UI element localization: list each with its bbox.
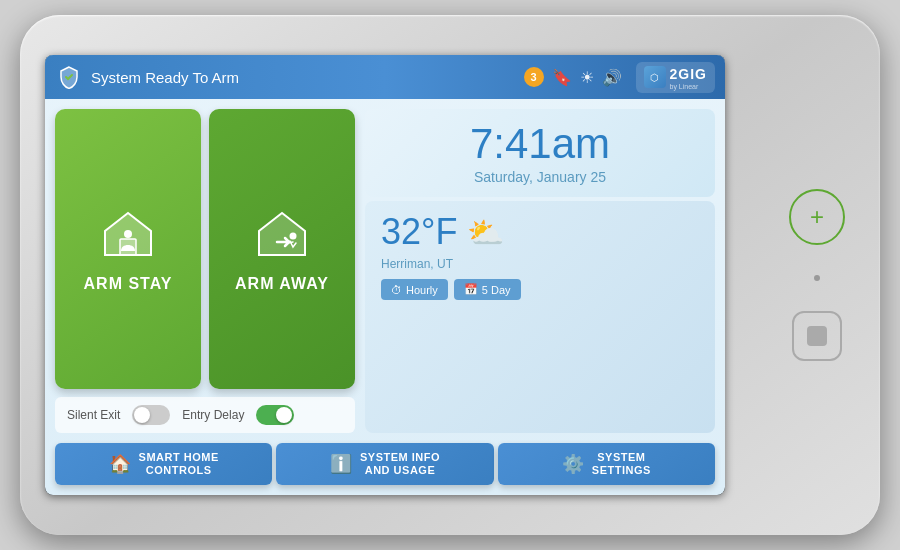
main-screen: System Ready To Arm 3 🔖 ☀ 🔊 ⬡ 2GIG by Li… [45, 55, 725, 495]
weather-condition-icon: ⛅ [467, 215, 504, 250]
system-info-icon: ℹ️ [330, 453, 352, 475]
system-info-label: SYSTEM INFOAND USAGE [360, 451, 440, 477]
weather-location: Herriman, UT [381, 257, 699, 271]
time-display: 7:41am [381, 121, 699, 167]
time-section: 7:41am Saturday, January 25 [365, 109, 715, 197]
temperature-display: 32°F [381, 211, 457, 253]
fiveday-label: 5 Day [482, 284, 511, 296]
brand-sub: by Linear [670, 83, 707, 90]
arm-away-icon [252, 205, 312, 265]
main-content-area: ARM STAY [45, 99, 725, 443]
entry-delay-toggle[interactable] [256, 405, 294, 425]
dot-indicator [814, 275, 820, 281]
hourly-label: Hourly [406, 284, 438, 296]
weather-section: 32°F ⛅ Herriman, UT ⏱ Hourly 📅 5 Day [365, 201, 715, 432]
volume-icon[interactable]: 🔊 [602, 68, 622, 87]
fiveday-icon: 📅 [464, 283, 478, 296]
security-panel-device: System Ready To Arm 3 🔖 ☀ 🔊 ⬡ 2GIG by Li… [20, 15, 880, 535]
header-bar: System Ready To Arm 3 🔖 ☀ 🔊 ⬡ 2GIG by Li… [45, 55, 725, 99]
system-info-button[interactable]: ℹ️ SYSTEM INFOAND USAGE [276, 443, 493, 485]
notification-badge[interactable]: 3 [524, 67, 544, 87]
square-icon [807, 326, 827, 346]
plus-button[interactable]: + [789, 189, 845, 245]
toggle-row: Silent Exit Entry Delay [55, 397, 355, 433]
arm-stay-button[interactable]: ARM STAY [55, 109, 201, 389]
right-panel: 7:41am Saturday, January 25 32°F ⛅ Herri… [365, 109, 715, 433]
arm-away-button[interactable]: ARM AWAY [209, 109, 355, 389]
shield-icon [55, 63, 83, 91]
plus-icon: + [810, 203, 824, 231]
weather-main: 32°F ⛅ [381, 211, 699, 253]
smart-home-icon: 🏠 [109, 453, 131, 475]
square-button[interactable] [792, 311, 842, 361]
brand-name: 2GIG [670, 66, 707, 82]
system-status: System Ready To Arm [91, 69, 524, 86]
arm-stay-icon [98, 205, 158, 265]
screen-wrapper: System Ready To Arm 3 🔖 ☀ 🔊 ⬡ 2GIG by Li… [45, 55, 725, 495]
smart-home-button[interactable]: 🏠 SMART HOMECONTROLS [55, 443, 272, 485]
system-settings-button[interactable]: ⚙️ SYSTEMSETTINGS [498, 443, 715, 485]
brightness-icon[interactable]: ☀ [580, 68, 594, 87]
arm-buttons-group: ARM STAY [55, 109, 355, 389]
svg-point-1 [124, 230, 132, 238]
fiveday-tab[interactable]: 📅 5 Day [454, 279, 521, 300]
bookmark-icon[interactable]: 🔖 [552, 68, 572, 87]
left-panel: ARM STAY [55, 109, 355, 433]
header-icons-group: 3 🔖 ☀ 🔊 ⬡ 2GIG by Linear [524, 62, 715, 93]
device-side-controls: + [779, 169, 855, 381]
arm-away-label: ARM AWAY [235, 275, 329, 293]
arm-stay-label: ARM STAY [84, 275, 173, 293]
entry-delay-knob [276, 407, 292, 423]
svg-point-2 [290, 232, 297, 239]
date-display: Saturday, January 25 [381, 169, 699, 185]
silent-exit-toggle[interactable] [132, 405, 170, 425]
bottom-action-bar: 🏠 SMART HOMECONTROLS ℹ️ SYSTEM INFOAND U… [45, 443, 725, 495]
system-settings-icon: ⚙️ [562, 453, 584, 475]
hourly-tab[interactable]: ⏱ Hourly [381, 279, 448, 300]
weather-tabs-group: ⏱ Hourly 📅 5 Day [381, 279, 699, 300]
entry-delay-label: Entry Delay [182, 408, 244, 422]
brand-logo: ⬡ 2GIG by Linear [636, 62, 715, 93]
silent-exit-label: Silent Exit [67, 408, 120, 422]
hourly-icon: ⏱ [391, 284, 402, 296]
smart-home-label: SMART HOMECONTROLS [139, 451, 219, 477]
system-settings-label: SYSTEMSETTINGS [592, 451, 651, 477]
brand-cube-icon: ⬡ [644, 66, 666, 88]
silent-exit-knob [134, 407, 150, 423]
brand-name-group: 2GIG by Linear [670, 65, 707, 90]
